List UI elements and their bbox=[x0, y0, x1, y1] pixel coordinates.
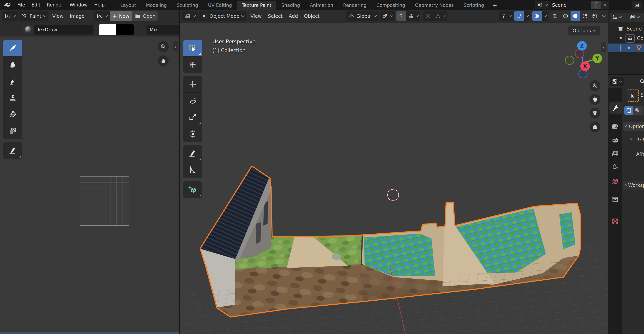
snap-settings-dropdown[interactable] bbox=[406, 11, 420, 21]
tab-texture-paint[interactable]: Texture Paint bbox=[237, 1, 276, 10]
primary-color-swatch[interactable] bbox=[99, 24, 116, 35]
menu-render[interactable]: Render bbox=[44, 2, 66, 8]
tool-mask[interactable] bbox=[3, 123, 22, 139]
tool-move[interactable] bbox=[183, 76, 202, 92]
brush-name-field[interactable]: TexDraw bbox=[34, 24, 94, 34]
editor-type-button[interactable] bbox=[2, 11, 18, 21]
tool-rotate[interactable] bbox=[183, 92, 202, 109]
paint-mode-dropdown[interactable]: Paint bbox=[19, 11, 48, 21]
select-box-segment[interactable] bbox=[624, 106, 633, 115]
proportional-editing-toggle[interactable] bbox=[423, 11, 433, 21]
panel-transform[interactable]: Transform bbox=[628, 136, 644, 142]
shading-material[interactable] bbox=[580, 11, 590, 21]
scene-browse-button[interactable] bbox=[535, 1, 549, 9]
tab-scene-properties[interactable] bbox=[611, 163, 620, 171]
tool-cursor[interactable] bbox=[183, 56, 202, 73]
overlays-toggle[interactable] bbox=[532, 11, 542, 21]
tab-tool-properties[interactable] bbox=[610, 102, 622, 114]
select-extend-segment[interactable] bbox=[633, 106, 642, 115]
falloff-dropdown[interactable] bbox=[433, 11, 448, 21]
zoom-in-button[interactable] bbox=[158, 41, 169, 52]
panel-workspace[interactable]: Workspace bbox=[623, 181, 644, 190]
disclosure-collapsed-icon[interactable] bbox=[628, 46, 630, 50]
tab-animation[interactable]: Animation bbox=[305, 1, 338, 10]
chevron-down-icon[interactable] bbox=[602, 14, 606, 17]
shading-solid[interactable] bbox=[570, 11, 580, 21]
tab-object-properties[interactable] bbox=[611, 195, 620, 204]
pivot-dropdown[interactable] bbox=[380, 11, 395, 21]
add-workspace-button[interactable]: + bbox=[489, 1, 500, 10]
active-tool-thumbnail[interactable] bbox=[627, 90, 639, 102]
snap-toggle[interactable] bbox=[396, 11, 406, 21]
tab-compositing[interactable]: Compositing bbox=[372, 1, 410, 10]
axis-x-handle[interactable]: X bbox=[580, 62, 590, 71]
orientation-dropdown[interactable]: Global bbox=[346, 11, 379, 21]
menu-edit[interactable]: Edit bbox=[28, 2, 44, 8]
outliner-row-scene[interactable]: Scene bbox=[608, 24, 644, 33]
tool-measure[interactable] bbox=[183, 162, 202, 178]
menu-help[interactable]: Help bbox=[91, 2, 108, 8]
outliner-row-collection[interactable]: Collection bbox=[608, 34, 644, 43]
shading-rendered[interactable] bbox=[590, 11, 600, 21]
tool-clone[interactable] bbox=[3, 90, 22, 106]
tab-modeling[interactable]: Modeling bbox=[141, 1, 172, 10]
panel-options[interactable]: Options bbox=[623, 122, 644, 131]
options-dropdown[interactable]: Options bbox=[568, 26, 600, 36]
image-browse-button[interactable] bbox=[94, 11, 110, 21]
select-subtract-segment[interactable] bbox=[642, 106, 644, 115]
menu-file[interactable]: File bbox=[14, 2, 28, 8]
tool-fill[interactable] bbox=[3, 106, 22, 123]
open-image-button[interactable]: Open bbox=[132, 11, 158, 21]
tool-smear[interactable] bbox=[3, 73, 22, 90]
perspective-toggle-button[interactable] bbox=[590, 122, 600, 132]
menu-image[interactable]: Image bbox=[66, 13, 88, 19]
outliner-row-selected-object[interactable] bbox=[608, 44, 644, 52]
tool-select-box[interactable] bbox=[183, 40, 202, 56]
outliner-filter-button[interactable] bbox=[628, 12, 644, 22]
tab-rendering[interactable]: Rendering bbox=[338, 1, 372, 10]
zoom-button[interactable] bbox=[590, 80, 600, 91]
properties-editor-type-button[interactable] bbox=[610, 77, 624, 86]
blender-logo-icon[interactable] bbox=[0, 1, 14, 9]
tool-annotate[interactable] bbox=[3, 142, 22, 159]
object-visibility-dropdown[interactable] bbox=[499, 11, 514, 21]
new-image-button[interactable]: + New bbox=[110, 11, 132, 21]
menu-view[interactable]: View bbox=[49, 13, 66, 19]
tab-layout[interactable]: Layout bbox=[116, 1, 141, 10]
disclosure-expanded-icon[interactable] bbox=[620, 37, 622, 39]
tab-output-properties[interactable] bbox=[611, 136, 620, 144]
gizmos-toggle[interactable] bbox=[514, 11, 524, 21]
gizmos-dropdown[interactable] bbox=[524, 11, 530, 21]
unlink-scene-button[interactable]: ✕ bbox=[601, 1, 609, 9]
shading-wireframe[interactable] bbox=[561, 11, 570, 21]
blend-mode-dropdown[interactable]: Mix bbox=[146, 24, 180, 34]
brush-preview-button[interactable] bbox=[22, 25, 34, 34]
tab-geometry-nodes[interactable]: Geometry Nodes bbox=[410, 1, 458, 10]
axis-neg-y-handle[interactable] bbox=[565, 56, 574, 65]
tool-add-cube[interactable] bbox=[183, 181, 202, 198]
tab-view-layer-properties[interactable] bbox=[611, 150, 620, 158]
mode-dropdown[interactable]: Object Mode bbox=[199, 11, 246, 21]
tab-world-properties[interactable] bbox=[611, 177, 620, 186]
sidebar-collapse-button[interactable]: ‹ bbox=[173, 42, 178, 51]
tool-transform[interactable] bbox=[183, 126, 202, 142]
tab-render-properties[interactable] bbox=[611, 122, 620, 131]
new-scene-button[interactable] bbox=[591, 1, 601, 9]
pan-button[interactable] bbox=[158, 55, 169, 66]
tab-uv-editing[interactable]: UV Editing bbox=[203, 1, 237, 10]
view-layer-button[interactable] bbox=[632, 1, 642, 9]
axis-z-handle[interactable]: Z bbox=[577, 41, 587, 50]
tool-draw[interactable] bbox=[3, 40, 22, 56]
pan-button[interactable] bbox=[590, 94, 600, 105]
tab-sculpting[interactable]: Sculpting bbox=[172, 1, 203, 10]
tool-soften[interactable] bbox=[3, 56, 22, 73]
texture-canvas-grid[interactable] bbox=[80, 176, 129, 226]
editor-type-button[interactable] bbox=[182, 11, 198, 21]
overlays-dropdown[interactable] bbox=[542, 11, 548, 21]
camera-view-button[interactable] bbox=[590, 108, 600, 119]
xray-toggle[interactable] bbox=[550, 11, 560, 21]
tool-annotate[interactable] bbox=[183, 145, 202, 162]
axis-y-handle[interactable]: Y bbox=[592, 54, 602, 63]
secondary-color-swatch[interactable] bbox=[116, 24, 134, 35]
menu-view[interactable]: View bbox=[247, 13, 265, 19]
